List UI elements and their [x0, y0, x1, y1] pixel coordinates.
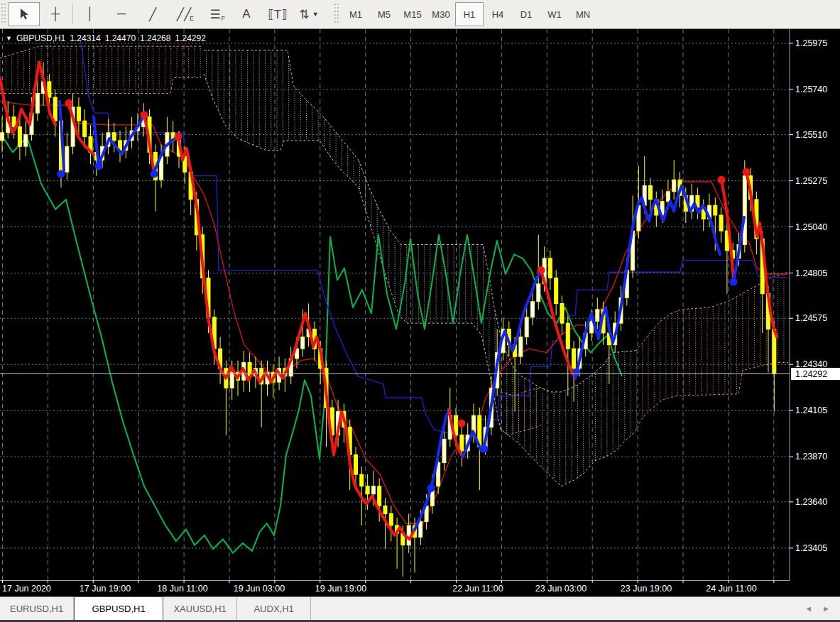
- symbol-dropdown-icon[interactable]: ▼: [6, 35, 12, 42]
- timeframe-mn[interactable]: MN: [569, 2, 597, 26]
- price-axis-label: 1.25740: [795, 84, 827, 94]
- timeframe-group: M1M5M15M30H1H4D1W1MN: [342, 2, 597, 26]
- chart-area[interactable]: ▼ GBPUSD,H1 1.24314 1.24470 1.24268 1.24…: [0, 29, 840, 580]
- ohlc-low: 1.24268: [140, 33, 170, 43]
- crosshair-icon: ┼: [51, 7, 60, 21]
- price-axis-label: 1.25040: [795, 222, 827, 232]
- time-axis-label: 23 Jun 03:00: [535, 584, 587, 594]
- trendline-tool[interactable]: ╱: [137, 2, 168, 26]
- drawing-tools-group: ┼│─╱╱╱E☰FA⟦T⟧⇅▼: [9, 2, 324, 26]
- ohlc-close: 1.24292: [175, 33, 205, 43]
- chart-tab-xauusd[interactable]: XAUUSD,H1: [163, 597, 237, 620]
- vertical-line-icon: │: [87, 7, 94, 21]
- cursor-tool[interactable]: [9, 2, 40, 26]
- price-axis-label: 1.24105: [795, 405, 827, 415]
- price-axis-label: 1.23870: [795, 452, 827, 462]
- timeframe-w1[interactable]: W1: [540, 2, 569, 26]
- chart-tabbar: EURUSD,H1GBPUSD,H1XAUUSD,H1AUDX,H1 ◄ ►: [0, 596, 840, 620]
- ohlc-open: 1.24314: [70, 33, 100, 43]
- timeframe-m30[interactable]: M30: [427, 2, 455, 26]
- vertical-line-tool[interactable]: │: [75, 2, 106, 26]
- tabs-scroll-left-icon[interactable]: ◄: [804, 604, 812, 613]
- chart-tab-audx[interactable]: AUDX,H1: [237, 597, 311, 620]
- chart-title: ▼ GBPUSD,H1 1.24314 1.24470 1.24268 1.24…: [6, 33, 206, 43]
- text-tool[interactable]: A: [231, 2, 262, 26]
- toolbar: ┼│─╱╱╱E☰FA⟦T⟧⇅▼ M1M5M15M30H1H4D1W1MN: [0, 0, 840, 29]
- trendline-icon: ╱: [149, 7, 156, 22]
- tabs-scroll-right-icon[interactable]: ►: [822, 604, 830, 613]
- candlestick-chart-canvas[interactable]: 1.259751.257401.255101.252751.250401.248…: [0, 29, 840, 580]
- current-price-tag: 1.24292: [795, 369, 827, 379]
- time-axis-label: 17 Jun 2020: [2, 584, 51, 594]
- price-axis-label: 1.23405: [795, 543, 827, 553]
- horizontal-line-icon: ─: [117, 7, 126, 21]
- channel-icon-subscript: E: [190, 15, 194, 22]
- fibonacci-icon: ☰: [209, 7, 220, 22]
- tab-scroll-nav: ◄ ►: [804, 597, 840, 620]
- fibonacci-icon-subscript: F: [222, 15, 226, 22]
- toolbar-separator: [72, 4, 73, 24]
- chart-symbol-label: GBPUSD,H1: [16, 33, 65, 43]
- ohlc-high: 1.24470: [105, 33, 136, 43]
- time-axis-label: 19 Jun 19:00: [315, 584, 366, 594]
- timeframe-d1[interactable]: D1: [512, 2, 540, 26]
- equidistant-channel-tool[interactable]: ╱╱E: [168, 2, 200, 26]
- dropdown-caret-icon[interactable]: ▼: [312, 11, 319, 18]
- fibonacci-tool[interactable]: ☰F: [200, 2, 231, 26]
- time-axis: 17 Jun 202017 Jun 19:0018 Jun 11:0019 Ju…: [0, 580, 840, 596]
- text-label-icon: ⟦T⟧: [268, 7, 287, 22]
- trading-terminal-window: ┼│─╱╱╱E☰FA⟦T⟧⇅▼ M1M5M15M30H1H4D1W1MN ▼ G…: [0, 0, 840, 622]
- text-icon: A: [242, 7, 250, 21]
- crosshair-tool[interactable]: ┼: [40, 2, 71, 26]
- timeframe-toolbar-grip[interactable]: [334, 4, 339, 25]
- time-axis-label: 19 Jun 03:00: [234, 584, 285, 594]
- time-axis-label: 23 Jun 19:00: [621, 584, 672, 594]
- timeframe-h1[interactable]: H1: [455, 2, 484, 26]
- chart-tab-eurusd[interactable]: EURUSD,H1: [0, 597, 74, 620]
- price-axis-label: 1.25510: [795, 130, 827, 140]
- timeframe-m5[interactable]: M5: [370, 2, 398, 26]
- cursor-icon: [18, 8, 30, 21]
- time-axis-label: 22 Jun 11:00: [452, 584, 503, 594]
- price-axis-label: 1.23640: [795, 497, 827, 507]
- text-label-tool[interactable]: ⟦T⟧: [262, 2, 293, 26]
- toolbar-grip[interactable]: [1, 4, 6, 25]
- time-axis-label: 24 Jun 11:00: [706, 584, 756, 594]
- price-axis-label: 1.25275: [795, 176, 827, 186]
- price-axis-label: 1.24575: [795, 313, 827, 323]
- horizontal-line-tool[interactable]: ─: [106, 2, 137, 26]
- timeframe-m1[interactable]: M1: [342, 2, 370, 26]
- chart-tab-gbpusd[interactable]: GBPUSD,H1: [74, 596, 163, 620]
- arrows-icon: ⇅: [299, 7, 309, 22]
- time-axis-label: 18 Jun 11:00: [157, 584, 207, 594]
- time-axis-label: 17 Jun 19:00: [80, 584, 131, 594]
- arrows-tool[interactable]: ⇅▼: [293, 2, 324, 26]
- timeframe-h4[interactable]: H4: [484, 2, 512, 26]
- chart-tabs: EURUSD,H1GBPUSD,H1XAUUSD,H1AUDX,H1: [0, 597, 311, 620]
- price-axis-label: 1.25975: [795, 38, 827, 48]
- timeframe-m15[interactable]: M15: [398, 2, 427, 26]
- price-axis-label: 1.24805: [795, 268, 827, 278]
